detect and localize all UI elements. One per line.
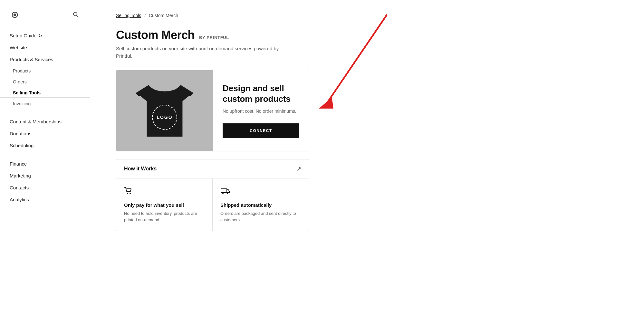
sidebar-item-orders[interactable]: Orders xyxy=(0,76,90,87)
svg-marker-6 xyxy=(319,97,333,109)
breadcrumb-link[interactable]: Selling Tools xyxy=(116,13,141,18)
svg-point-7 xyxy=(127,193,128,194)
sidebar-item-contacts[interactable]: Contacts xyxy=(0,182,90,194)
how-it-works-title: How it Works xyxy=(124,166,157,172)
sidebar-item-scheduling[interactable]: Scheduling xyxy=(0,139,90,151)
hero-text: Design and sell custom products No upfro… xyxy=(223,83,299,123)
item-desc-1: No need to hold inventory, products are … xyxy=(124,210,205,223)
by-label: BY PRINTFUL xyxy=(199,35,229,40)
how-it-works-grid: Only pay for what you sell No need to ho… xyxy=(116,178,309,231)
cart-icon xyxy=(124,186,205,197)
item-desc-2: Orders are packaged and sent directly to… xyxy=(220,210,301,223)
page-title: Custom Merch xyxy=(116,28,195,42)
item-title-1: Only pay for what you sell xyxy=(124,202,205,208)
connect-button[interactable]: CONNECT xyxy=(223,123,299,138)
hero-image: LOGO xyxy=(116,70,213,151)
svg-line-2 xyxy=(77,15,78,17)
sidebar-item-invoicing[interactable]: Invoicing xyxy=(0,98,90,109)
page-description: Sell custom products on your site with p… xyxy=(116,45,296,60)
hero-content: Design and sell custom products No upfro… xyxy=(213,70,309,151)
sidebar-item-donations[interactable]: Donations xyxy=(0,128,90,139)
svg-point-8 xyxy=(130,193,131,194)
sidebar-item-website[interactable]: Website xyxy=(0,42,90,53)
svg-point-11 xyxy=(227,193,228,194)
svg-rect-9 xyxy=(221,189,227,193)
sidebar: Setup Guide ↻ Website Products & Service… xyxy=(0,0,90,316)
breadcrumb-separator: / xyxy=(144,13,146,18)
how-it-works-item-1: Only pay for what you sell No need to ho… xyxy=(116,178,213,231)
sidebar-item-content-memberships[interactable]: Content & Memberships xyxy=(0,116,90,128)
sidebar-item-selling-tools[interactable]: Selling Tools xyxy=(0,87,90,98)
how-it-works-header: How it Works ↗ xyxy=(116,159,309,178)
hero-card: LOGO Design and sell custom products No … xyxy=(116,70,309,151)
hero-subtext: No upfront cost. No order minimums. xyxy=(223,109,299,114)
search-button[interactable] xyxy=(71,10,80,20)
sidebar-item-setup-guide[interactable]: Setup Guide ↻ xyxy=(0,30,90,42)
setup-guide-icon: ↻ xyxy=(38,33,42,38)
sidebar-item-products-services[interactable]: Products & Services xyxy=(0,53,90,65)
item-title-2: Shipped automatically xyxy=(220,202,301,208)
sidebar-nav: Setup Guide ↻ Website Products & Service… xyxy=(0,30,90,212)
main-content: Selling Tools / Custom Merch Custom Merc… xyxy=(90,0,644,316)
sidebar-item-analytics[interactable]: Analytics xyxy=(0,194,90,206)
sidebar-item-marketing[interactable]: Marketing xyxy=(0,170,90,182)
tshirt-container: LOGO xyxy=(116,70,213,151)
hero-card-wrapper: LOGO Design and sell custom products No … xyxy=(116,70,309,151)
svg-point-1 xyxy=(73,12,77,16)
breadcrumb: Selling Tools / Custom Merch xyxy=(116,13,618,18)
sidebar-item-products[interactable]: Products xyxy=(0,65,90,76)
how-it-works-item-2: Shipped automatically Orders are package… xyxy=(213,178,309,231)
squarespace-logo xyxy=(10,10,20,20)
sidebar-item-finance[interactable]: Finance xyxy=(0,158,90,170)
shipping-icon xyxy=(220,186,301,197)
hero-headline: Design and sell custom products xyxy=(223,83,299,104)
svg-point-10 xyxy=(222,193,224,194)
breadcrumb-current: Custom Merch xyxy=(149,13,178,18)
page-title-row: Custom Merch BY PRINTFUL xyxy=(116,28,618,42)
how-it-works-card: How it Works ↗ Only pay for what you sel… xyxy=(116,159,309,231)
sidebar-header xyxy=(0,6,90,30)
external-link-icon[interactable]: ↗ xyxy=(296,165,301,172)
svg-text:LOGO: LOGO xyxy=(157,115,172,120)
